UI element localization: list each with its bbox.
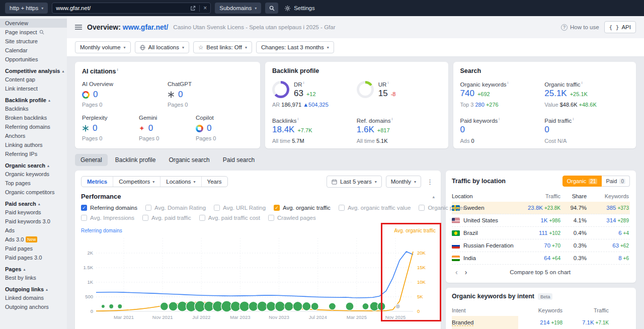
performance-chart[interactable]: Mar 2021Nov 2021Jul 2022Mar 2023Nov 2023…: [75, 226, 441, 328]
sidebar-item-backlinks[interactable]: Backlinks: [0, 104, 67, 113]
sidebar-item-ads[interactable]: Ads: [0, 226, 67, 235]
metric-checkbox-organic-pages[interactable]: Organic pages: [419, 205, 465, 211]
sidebar-item-content-gap[interactable]: Content gap: [0, 75, 67, 84]
filter-changes-last-3-months[interactable]: Changes: Last 3 months▾: [256, 41, 334, 53]
sidebar-item-paid-keywords[interactable]: Paid keywords: [0, 208, 67, 217]
location-row-russian-federation[interactable]: Russian Federation70+700.3%63+62: [452, 239, 630, 252]
toggle-paid[interactable]: Paid0: [602, 176, 630, 187]
toggle-organic[interactable]: Organic21: [562, 176, 602, 187]
next-page-icon[interactable]: ›: [461, 268, 471, 276]
unchecked-checkbox-icon[interactable]: [199, 215, 205, 221]
organic-keywords-value[interactable]: 740: [460, 89, 474, 99]
sidebar-item-outgoing-anchors[interactable]: Outgoing anchors: [0, 302, 67, 311]
collapse-icon[interactable]: ▴: [432, 194, 435, 199]
sidebar-item-best-by-links[interactable]: Best by links: [0, 273, 67, 282]
sidebar-item-paid-pages-3-0[interactable]: Paid pages 3.0: [0, 253, 67, 262]
organic-traffic-value[interactable]: 25.1K: [544, 89, 567, 99]
metric-checkbox-avg-paid-traffic-cost[interactable]: Avg. paid traffic cost: [199, 215, 260, 221]
metric-checkbox-avg-impressions[interactable]: Avg. Impressions: [81, 215, 134, 221]
location-row-sweden[interactable]: Sweden23.8K+23.8K94.7%385+373: [452, 202, 630, 214]
chart-svg[interactable]: Mar 2021Nov 2021Jul 2022Mar 2023Nov 2023…: [81, 227, 437, 326]
paid-keywords-value[interactable]: 0: [460, 125, 465, 135]
citations-value[interactable]: 0: [93, 90, 98, 100]
more-options-icon[interactable]: ⋮: [425, 178, 435, 186]
url-input[interactable]: [56, 5, 187, 11]
sidebar-section-pages[interactable]: Pages▴: [0, 262, 67, 273]
subdomains-dropdown[interactable]: Subdomains ▾: [215, 3, 261, 14]
open-in-new-tab-icon[interactable]: [190, 6, 196, 11]
sidebar-item-organic-keywords[interactable]: Organic keywords: [0, 170, 67, 179]
tab-general[interactable]: General: [75, 154, 108, 166]
ref-domains-value[interactable]: 1.6K: [357, 125, 374, 135]
granularity-dropdown[interactable]: Monthly ▾: [386, 176, 421, 188]
clear-url-icon[interactable]: ×: [203, 5, 207, 12]
protocol-dropdown[interactable]: http + https ▾: [5, 3, 48, 14]
url-input-box[interactable]: ×: [52, 3, 211, 14]
sidebar-section-outgoing-links[interactable]: Outgoing links▴: [0, 282, 67, 293]
location-row-united-states[interactable]: United States1K+9864.1%314+289: [452, 214, 630, 227]
filter-monthly-volume[interactable]: Monthly volume▾: [75, 41, 131, 53]
metric-checkbox-avg-url-rating[interactable]: Avg. URL Rating: [214, 205, 266, 211]
segment-metrics[interactable]: Metrics: [82, 177, 113, 187]
sidebar-item-paid-keywords-3-0[interactable]: Paid keywords 3.0: [0, 217, 67, 226]
sidebar-item-referring-domains[interactable]: Referring domains: [0, 122, 67, 131]
filter-best-links-off[interactable]: ☆Best links: Off▾: [193, 41, 252, 53]
citations-value[interactable]: 0: [178, 90, 183, 100]
tab-organic-search[interactable]: Organic search: [163, 154, 215, 166]
metric-checkbox-avg-paid-traffic[interactable]: Avg. paid traffic: [142, 215, 191, 221]
target-link[interactable]: www.gfar.net/: [123, 23, 169, 31]
unchecked-checkbox-icon[interactable]: [268, 215, 274, 221]
menu-icon[interactable]: [75, 24, 82, 30]
settings-button[interactable]: Settings: [284, 5, 315, 12]
location-row-brazil[interactable]: Brazil111+1020.4%6+4: [452, 227, 630, 239]
intent-row-branded[interactable]: Branded214+1987.1K+7.1K: [452, 316, 630, 329]
metric-checkbox-referring-domains[interactable]: ✓Referring domains: [81, 205, 137, 211]
metric-checkbox-avg-organic-traffic-value[interactable]: Avg. organic traffic value: [339, 205, 411, 211]
citations-value[interactable]: 0: [207, 123, 211, 133]
sidebar-item-calendar[interactable]: Calendar: [0, 46, 67, 55]
sidebar-section-competitive-analysis[interactable]: Competitive analysis▴: [0, 64, 67, 75]
location-row-india[interactable]: India64+640.3%8+6: [452, 252, 630, 265]
sidebar-section-backlink-profile[interactable]: Backlink profile▴: [0, 93, 67, 104]
segment-competitors[interactable]: Competitors▾: [113, 177, 160, 187]
paid-traffic-value[interactable]: 0: [544, 125, 549, 135]
sidebar-item-anchors[interactable]: Anchors: [0, 131, 67, 140]
citations-value[interactable]: 0: [148, 123, 153, 133]
metric-checkbox-avg-domain-rating[interactable]: Avg. Domain Rating: [145, 205, 206, 211]
sidebar-item-referring-ips[interactable]: Referring IPs: [0, 149, 67, 158]
checked-checkbox-icon[interactable]: ✓: [274, 205, 280, 211]
sidebar-item-linked-domains[interactable]: Linked domains: [0, 293, 67, 302]
sidebar-item-overview[interactable]: Overview: [0, 19, 67, 28]
unchecked-checkbox-icon[interactable]: [142, 215, 148, 221]
unchecked-checkbox-icon[interactable]: [81, 215, 87, 221]
sidebar-item-top-pages[interactable]: Top pages: [0, 179, 67, 188]
how-to-use-button[interactable]: ? How to use: [561, 24, 599, 31]
segment-years[interactable]: Years: [202, 177, 227, 187]
compare-top5-link[interactable]: Compare top 5 on chart: [470, 269, 630, 275]
unchecked-checkbox-icon[interactable]: [419, 205, 425, 211]
sidebar-item-broken-backlinks[interactable]: Broken backlinks: [0, 113, 67, 122]
unchecked-checkbox-icon[interactable]: [339, 205, 345, 211]
prev-page-icon[interactable]: ‹: [452, 268, 461, 276]
sidebar-item-linking-authors[interactable]: Linking authors: [0, 140, 67, 149]
citations-value[interactable]: 0: [93, 123, 97, 133]
sidebar-section-organic-search[interactable]: Organic search▴: [0, 158, 67, 170]
api-button[interactable]: { } API: [604, 21, 636, 33]
sidebar-item-organic-competitors[interactable]: Organic competitors: [0, 188, 67, 197]
sidebar-item-ads-3-0[interactable]: Ads 3.0New: [0, 235, 67, 244]
tab-paid-search[interactable]: Paid search: [217, 154, 260, 166]
sidebar-item-link-intersect[interactable]: Link intersect: [0, 84, 67, 93]
checked-checkbox-icon[interactable]: ✓: [81, 205, 87, 211]
segment-locations[interactable]: Locations▾: [160, 177, 201, 187]
search-button[interactable]: [265, 3, 278, 14]
unchecked-checkbox-icon[interactable]: [145, 205, 151, 211]
backlinks-value[interactable]: 18.4K: [272, 125, 294, 135]
metric-checkbox-avg-organic-traffic[interactable]: ✓Avg. organic traffic: [274, 205, 331, 211]
metric-checkbox-crawled-pages[interactable]: Crawled pages: [268, 215, 316, 221]
sidebar-item-opportunities[interactable]: Opportunities: [0, 55, 67, 64]
tab-backlink-profile[interactable]: Backlink profile: [110, 154, 162, 166]
unchecked-checkbox-icon[interactable]: [214, 205, 220, 211]
filter-all-locations[interactable]: All locations▾: [135, 41, 189, 53]
sidebar-section-paid-search[interactable]: Paid search▴: [0, 197, 67, 208]
date-range-dropdown[interactable]: Last 5 years ▾: [327, 176, 382, 188]
